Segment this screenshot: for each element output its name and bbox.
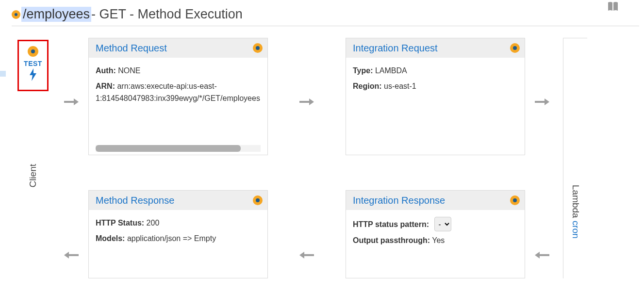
arrow-column <box>525 38 559 278</box>
bullet-icon <box>28 46 38 57</box>
pattern-select[interactable]: - <box>434 217 451 231</box>
client-label: Client <box>28 164 38 188</box>
integration-request-card: Integration Request Type: LAMBDA Region:… <box>346 38 525 155</box>
pattern-label: HTTP status pattern: <box>353 220 429 228</box>
client-column: TEST Client <box>12 38 54 278</box>
arrow-column <box>268 38 346 278</box>
integration-request-header[interactable]: Integration Request <box>346 38 525 58</box>
arrow-column <box>54 38 88 278</box>
passthrough-row: Output passthrough: Yes <box>353 234 518 247</box>
page-title-rest: - GET - Method Execution <box>91 7 243 22</box>
region-value: us-east-1 <box>384 82 416 90</box>
integration-response-body: HTTP status pattern: - Output passthroug… <box>346 210 525 278</box>
type-row: Type: LAMBDA <box>353 65 518 77</box>
auth-value: NONE <box>118 66 140 75</box>
arrow-left-icon <box>64 248 79 261</box>
method-response-card: Method Response HTTP Status: 200 Models:… <box>88 190 268 278</box>
bullet-icon <box>253 195 263 205</box>
models-label: Models: <box>96 234 125 242</box>
method-request-card: Method Request Auth: NONE ARN: arn:aws:e… <box>88 38 268 155</box>
arrow-right-icon <box>535 95 549 108</box>
passthrough-label: Output passthrough: <box>353 236 430 244</box>
arn-label: ARN: <box>96 82 115 90</box>
auth-row: Auth: NONE <box>96 65 261 77</box>
scrollbar[interactable] <box>96 145 261 152</box>
lambda-prefix: Lambda <box>571 185 581 221</box>
integration-request-body: Type: LAMBDA Region: us-east-1 <box>346 58 525 155</box>
docs-icon[interactable] <box>607 1 619 15</box>
auth-label: Auth: <box>96 66 116 75</box>
arrow-left-icon <box>535 248 549 261</box>
http-status-row: HTTP Status: 200 <box>96 217 261 229</box>
integration-response-card: Integration Response HTTP status pattern… <box>346 190 525 278</box>
method-request-body: Auth: NONE ARN: arn:aws:execute-api:us-e… <box>89 58 267 155</box>
method-execution-flow: TEST Client Method Request Auth: NONE <box>0 26 644 278</box>
arn-value: arn:aws:execute-api:us-east-1:8145480479… <box>96 82 260 103</box>
selection-marker <box>0 71 6 77</box>
passthrough-value: Yes <box>432 236 445 244</box>
resource-path: /employees <box>21 7 91 22</box>
type-label: Type: <box>353 66 373 75</box>
method-request-header[interactable]: Method Request <box>89 38 267 58</box>
integration-request-title: Integration Request <box>353 43 438 54</box>
pattern-row: HTTP status pattern: - <box>353 217 518 231</box>
integration-column: Integration Request Type: LAMBDA Region:… <box>346 38 525 278</box>
lambda-label: Lambda cron <box>570 185 581 239</box>
arn-row: ARN: arn:aws:execute-api:us-east-1:81454… <box>96 80 261 105</box>
method-column: Method Request Auth: NONE ARN: arn:aws:e… <box>88 38 268 278</box>
page-header: /employees - GET - Method Execution <box>12 0 639 26</box>
models-value: application/json => Empty <box>127 234 216 242</box>
arrow-left-icon <box>299 248 314 261</box>
test-label: TEST <box>24 60 42 67</box>
integration-response-title: Integration Response <box>353 195 445 206</box>
http-status-label: HTTP Status: <box>96 219 144 227</box>
region-label: Region: <box>353 82 382 90</box>
method-request-title: Method Request <box>96 43 167 54</box>
integration-response-header[interactable]: Integration Response <box>346 191 525 210</box>
lambda-column: Lambda cron <box>563 38 587 278</box>
method-response-title: Method Response <box>96 195 174 206</box>
bullet-icon <box>253 43 263 53</box>
arrow-right-icon <box>299 95 314 108</box>
bullet-icon <box>12 10 20 19</box>
region-row: Region: us-east-1 <box>353 80 518 93</box>
method-response-body: HTTP Status: 200 Models: application/jso… <box>89 210 267 278</box>
models-row: Models: application/json => Empty <box>96 232 261 245</box>
method-response-header[interactable]: Method Response <box>89 191 267 210</box>
bolt-icon <box>29 68 37 83</box>
http-status-value: 200 <box>147 219 160 227</box>
bullet-icon <box>510 195 520 205</box>
page-title: /employees - GET - Method Execution <box>12 7 639 22</box>
bullet-icon <box>510 43 520 53</box>
type-value: LAMBDA <box>375 66 407 75</box>
arrow-right-icon <box>64 95 79 108</box>
test-button[interactable]: TEST <box>17 40 49 91</box>
lambda-link[interactable]: cron <box>571 221 581 239</box>
